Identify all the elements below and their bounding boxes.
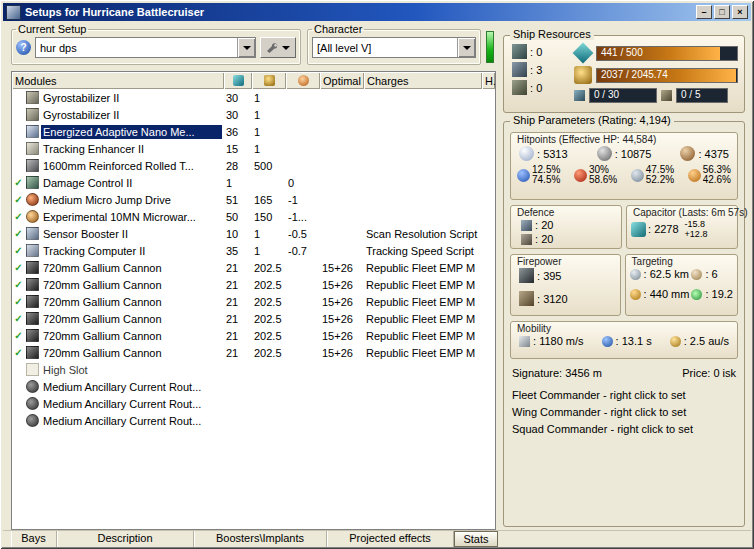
sensor-strength: 19.2 <box>691 288 733 300</box>
character-skill-indicator <box>486 31 494 63</box>
table-row[interactable]: Gyrostabilizer II301 <box>12 106 495 123</box>
launcher-hardpoint-icon <box>512 62 527 77</box>
module-name: 720mm Gallium Cannon <box>41 278 222 292</box>
module-name-cell: ✓720mm Gallium Cannon <box>12 278 224 292</box>
table-row[interactable]: Tracking Enhancer II151 <box>12 140 495 157</box>
targeting-range-icon <box>630 269 641 280</box>
table-row[interactable]: High Slot <box>12 361 495 378</box>
table-row[interactable]: ✓720mm Gallium Cannon21202.515+26Republi… <box>12 293 495 310</box>
capacitor-cell: -1... <box>286 211 320 223</box>
modules-column-header[interactable]: Modules <box>12 72 224 89</box>
table-row[interactable]: ✓Experimental 10MN Microwar...50150-1... <box>12 208 495 225</box>
table-row[interactable]: Medium Ancillary Current Rout... <box>12 395 495 412</box>
help-icon[interactable]: ? <box>16 40 31 55</box>
charge-cell: Republic Fleet EMP M <box>364 262 482 274</box>
setup-combobox-arrow[interactable] <box>237 38 255 57</box>
table-row[interactable]: Gyrostabilizer II301 <box>12 89 495 106</box>
cpu-cell: 21 <box>224 279 252 291</box>
commander-line[interactable]: Fleet Commander - right click to set <box>512 389 738 401</box>
maximize-button[interactable]: □ <box>714 5 730 19</box>
volley-icon <box>519 291 534 306</box>
commander-line[interactable]: Wing Commander - right click to set <box>512 406 738 418</box>
module-name-cell: ✓720mm Gallium Cannon <box>12 261 224 275</box>
drone-bandwidth-icon <box>574 90 585 101</box>
shield-defence-icon <box>521 220 532 231</box>
targeting-box: Targeting 62.5 km 6 440 mm 19.2 <box>625 254 738 316</box>
cpu-cell: 21 <box>224 296 252 308</box>
resists-row: 12.5%74.5%30%58.6%47.5%52.2%56.3%42.6% <box>515 161 733 185</box>
character-combobox-arrow[interactable] <box>457 38 475 57</box>
optimal-column-header[interactable]: Optimal <box>320 72 364 89</box>
minimize-button[interactable]: – <box>696 5 712 19</box>
capacitor-column-icon <box>298 75 309 86</box>
max-targets: 6 <box>691 268 733 280</box>
character-combobox[interactable]: [All level V] <box>312 37 476 58</box>
optimal-cell: 15+26 <box>320 330 364 342</box>
rig-slot-icon <box>512 80 527 95</box>
cpu-icon <box>573 43 594 64</box>
module-name: Gyrostabilizer II <box>41 91 222 105</box>
character-group: Character [All level V] <box>307 23 481 65</box>
warp-speed: 2.5 au/s <box>670 335 729 347</box>
module-name: Medium Ancillary Current Rout... <box>41 414 222 428</box>
cpu-cell: 36 <box>224 126 252 138</box>
capacitor-column-header[interactable] <box>286 72 320 89</box>
table-row[interactable]: ✓720mm Gallium Cannon21202.515+26Republi… <box>12 310 495 327</box>
active-check-icon: ✓ <box>13 211 24 222</box>
em-resist: 12.5%74.5% <box>517 165 560 185</box>
table-row[interactable]: ✓Medium Micro Jump Drive51165-1 <box>12 191 495 208</box>
turret-hardpoints: 0 <box>512 44 566 59</box>
table-row[interactable]: Medium Ancillary Current Rout... <box>12 378 495 395</box>
scan-resolution: 440 mm <box>630 288 690 300</box>
table-row[interactable]: 1600mm Reinforced Rolled T...28500 <box>12 157 495 174</box>
mobility-box: Mobility 1180 m/s 13.1 s 2.5 au/s <box>510 321 738 359</box>
ship-resources-label: Ship Resources <box>510 28 594 40</box>
module-name: Tracking Computer II <box>41 244 222 258</box>
hardpoints-column-header[interactable]: H. <box>482 72 495 89</box>
character-combobox-value: [All level V] <box>313 42 457 54</box>
cpu-cell: 21 <box>224 347 252 359</box>
tab-description[interactable]: Description <box>57 531 194 547</box>
commander-line[interactable]: Squad Commander - right click to set <box>512 423 738 435</box>
armor-hp: 10875 <box>597 146 652 161</box>
optimal-cell: 15+26 <box>320 347 364 359</box>
module-name: 720mm Gallium Cannon <box>41 312 222 326</box>
module-name-cell: Energized Adaptive Nano Me... <box>12 125 224 139</box>
module-name-cell: ✓Medium Micro Jump Drive <box>12 193 224 207</box>
setup-combobox[interactable]: hur dps <box>35 37 256 58</box>
table-row[interactable]: Energized Adaptive Nano Me...361 <box>12 123 495 140</box>
kinetic-resist: 47.5%52.2% <box>631 165 674 185</box>
window-controls: – □ × <box>696 5 748 19</box>
setup-tools-button[interactable] <box>260 37 296 58</box>
capacitor-box: Capacitor (Lasts: 6m 57s) 2278 -15.8 +12… <box>626 205 738 249</box>
cpu-cell: 21 <box>224 313 252 325</box>
table-row[interactable]: ✓Tracking Computer II351-0.7Tracking Spe… <box>12 242 495 259</box>
module-name-cell: Medium Ancillary Current Rout... <box>12 414 224 428</box>
hull-icon <box>680 146 695 161</box>
table-row[interactable]: ✓720mm Gallium Cannon21202.515+26Republi… <box>12 259 495 276</box>
table-row[interactable]: ✓Sensor Booster II101-0.5Scan Resolution… <box>12 225 495 242</box>
cpu-column-header[interactable] <box>224 72 252 89</box>
table-row[interactable]: ✓Damage Control II10 <box>12 174 495 191</box>
charges-column-header[interactable]: Charges <box>364 72 482 89</box>
table-row[interactable]: Medium Ancillary Current Rout... <box>12 412 495 429</box>
capacitor-cell: 0 <box>286 177 320 189</box>
module-name-cell: Medium Ancillary Current Rout... <box>12 397 224 411</box>
tab-stats[interactable]: Stats <box>454 531 498 547</box>
title-bar[interactable]: Setups for Hurricane Battlecruiser – □ × <box>3 3 751 21</box>
table-row[interactable]: ✓720mm Gallium Cannon21202.515+26Republi… <box>12 327 495 344</box>
cpu-cell: 30 <box>224 109 252 121</box>
close-button[interactable]: × <box>732 5 748 19</box>
charge-cell: Republic Fleet EMP M <box>364 330 482 342</box>
table-row[interactable]: ✓720mm Gallium Cannon21202.515+26Republi… <box>12 344 495 361</box>
eanm-module-icon <box>26 125 39 138</box>
launcher-hardpoints: 3 <box>512 62 566 77</box>
hitpoints-box: Hitpoints (Effective HP: 44,584) 5313 10… <box>510 132 738 200</box>
max-velocity: 1180 m/s <box>519 335 584 347</box>
powergrid-cell: 150 <box>252 211 286 223</box>
tab-boosters-implants[interactable]: Boosters\Implants <box>194 531 327 547</box>
tab-bays[interactable]: Bays <box>11 531 57 547</box>
powergrid-column-header[interactable] <box>252 72 286 89</box>
table-row[interactable]: ✓720mm Gallium Cannon21202.515+26Republi… <box>12 276 495 293</box>
tab-projected-effects[interactable]: Projected effects <box>327 531 454 547</box>
